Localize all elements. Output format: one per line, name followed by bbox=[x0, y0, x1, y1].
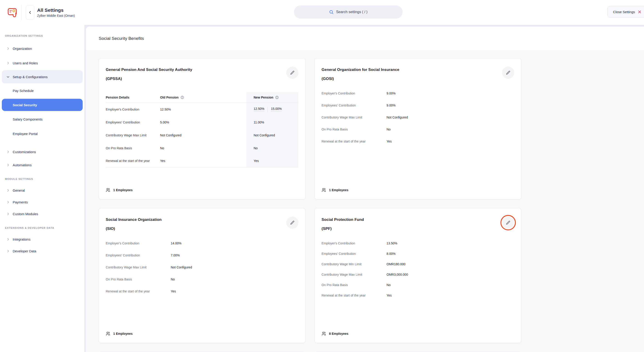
detail-label: Renewal at the start of the year bbox=[106, 290, 171, 293]
sidebar-item-label: Setup & Configurations bbox=[13, 75, 48, 79]
table-row-new-value: 11.00% bbox=[246, 116, 298, 129]
pension-table-header: Old Pension bbox=[160, 92, 246, 103]
sidebar-item-general[interactable]: General bbox=[0, 184, 84, 196]
top-header: All Settings Zylker Middle East (Oman) S… bbox=[0, 0, 644, 25]
detail-value: No bbox=[386, 128, 390, 131]
section-extensions-developer-data: EXTENSIONS & DEVELOPER DATA bbox=[5, 226, 84, 229]
users-icon bbox=[322, 188, 326, 192]
pension-table: Pension Details Old Pension New Pension … bbox=[106, 92, 298, 168]
sidebar-item-label: Employee Portal bbox=[13, 132, 38, 136]
app-window: All Settings Zylker Middle East (Oman) S… bbox=[0, 0, 644, 352]
sidebar-item-payments[interactable]: Payments bbox=[0, 196, 84, 208]
value-divider bbox=[268, 106, 268, 112]
sidebar-item-automations[interactable]: Automations bbox=[0, 159, 84, 171]
table-row-new-value: Yes bbox=[246, 154, 298, 168]
table-row-old-value: No bbox=[160, 142, 246, 154]
page-context-title: All Settings bbox=[37, 8, 75, 13]
sidebar-item-developer-data[interactable]: Developer Data bbox=[0, 245, 84, 257]
detail-label: On Pro Rata Basis bbox=[322, 128, 386, 131]
chevron-right-icon bbox=[6, 212, 10, 216]
search-icon bbox=[329, 10, 334, 14]
back-button[interactable] bbox=[26, 5, 34, 20]
chevron-down-icon bbox=[6, 75, 10, 78]
page-title: Social Security Benefits bbox=[99, 36, 144, 41]
info-icon[interactable] bbox=[275, 96, 279, 99]
detail-value: 9.00% bbox=[386, 92, 396, 95]
sidebar-item-organization[interactable]: Organization bbox=[0, 41, 84, 56]
detail-value: OMR3,000.000 bbox=[386, 273, 408, 276]
detail-value: Not Configured bbox=[386, 116, 408, 119]
pencil-icon bbox=[506, 70, 510, 75]
detail-value: 13.50% bbox=[386, 242, 397, 245]
sidebar-item-social-security-active[interactable]: Social Security bbox=[2, 99, 83, 111]
table-row-new-value: No bbox=[246, 142, 298, 154]
chevron-right-icon bbox=[6, 62, 10, 65]
table-row-old-value: 5.00% bbox=[160, 116, 246, 129]
table-row-label: Employer's Contribution bbox=[106, 103, 160, 116]
users-icon bbox=[106, 332, 110, 336]
employees-count-label: 1 Employees bbox=[113, 332, 133, 336]
detail-label: Employees' Contribution bbox=[106, 254, 171, 257]
gpssa-employees-count: 1 Employees bbox=[106, 188, 298, 192]
sidebar-item-custom-modules[interactable]: Custom Modules bbox=[0, 208, 84, 220]
pension-table-header: Pension Details bbox=[106, 92, 160, 103]
table-row-label: On Pro Rata Basis bbox=[106, 142, 160, 154]
sidebar-item-label: Pay Schedule bbox=[13, 89, 34, 93]
table-row-new-value: Not Configured bbox=[246, 129, 298, 142]
table-row-new-value: 12.50% 15.00% bbox=[246, 103, 298, 116]
gpssa-edit-button[interactable] bbox=[286, 66, 298, 79]
table-row-label: Employees' Contribution bbox=[106, 116, 160, 129]
detail-label: Employees' Contribution bbox=[322, 252, 386, 256]
detail-label: On Pro Rata Basis bbox=[322, 283, 386, 287]
spf-edit-button-highlighted[interactable] bbox=[502, 216, 514, 229]
detail-label: Employees' Contribution bbox=[322, 104, 386, 107]
sidebar-item-pay-schedule[interactable]: Pay Schedule bbox=[0, 83, 84, 98]
sio-edit-button[interactable] bbox=[286, 216, 298, 229]
gosi-details: Employer's Contribution9.00% Employees' … bbox=[322, 92, 514, 152]
table-row-old-value: Yes bbox=[160, 154, 246, 168]
gosi-edit-button[interactable] bbox=[502, 66, 514, 79]
detail-value: 8.00% bbox=[386, 252, 396, 256]
payroll-logo-icon[interactable] bbox=[8, 7, 18, 18]
detail-label: Employer's Contribution bbox=[106, 242, 171, 245]
users-icon bbox=[322, 332, 326, 336]
section-organization-settings: ORGANIZATION SETTINGS bbox=[5, 34, 84, 37]
sidebar-item-label: Integrations bbox=[13, 238, 30, 241]
sidebar-item-users-and-roles[interactable]: Users and Roles bbox=[0, 56, 84, 70]
gosi-employees-count: 1 Employees bbox=[322, 188, 514, 192]
gpssa-card: General Pension And Social Security Auth… bbox=[99, 58, 306, 199]
employees-count-label: 1 Employees bbox=[113, 188, 133, 192]
detail-label: Contributory Wage Max Limit bbox=[106, 266, 171, 269]
detail-value: Not Configured bbox=[171, 266, 192, 269]
detail-value: 14.00% bbox=[171, 242, 182, 245]
new-pension-value-1[interactable]: 12.50% bbox=[254, 107, 264, 112]
sidebar-item-integrations[interactable]: Integrations bbox=[0, 233, 84, 245]
info-icon[interactable] bbox=[180, 96, 184, 99]
detail-label: Employer's Contribution bbox=[322, 242, 386, 245]
sidebar-item-employee-portal[interactable]: Employee Portal bbox=[0, 126, 84, 141]
close-settings-button[interactable]: Close Settings bbox=[607, 6, 644, 18]
sio-card-title: Social Insurance Organization (SIO) bbox=[106, 215, 162, 233]
sidebar-item-setup-configurations[interactable]: Setup & Configurations bbox=[2, 70, 83, 83]
detail-label: Contributory Wage Max Limit bbox=[322, 116, 386, 119]
spf-details: Employer's Contribution13.50% Employees'… bbox=[322, 242, 514, 304]
detail-value: Yes bbox=[386, 140, 392, 143]
chevron-right-icon bbox=[6, 189, 10, 192]
new-pension-value-2[interactable]: 15.00% bbox=[271, 107, 282, 112]
close-icon bbox=[638, 10, 642, 14]
sidebar-item-label: Customizations bbox=[13, 150, 36, 154]
sidebar-item-label: Automations bbox=[13, 163, 32, 167]
detail-value: 7.00% bbox=[171, 254, 180, 257]
employees-count-label: 8 Employees bbox=[329, 332, 348, 336]
header-divider bbox=[22, 5, 22, 20]
users-icon bbox=[106, 188, 110, 192]
organization-name: Zylker Middle East (Oman) bbox=[37, 14, 75, 18]
sidebar-item-salary-components[interactable]: Salary Components bbox=[0, 112, 84, 126]
settings-sidebar: ORGANIZATION SETTINGS Organization Users… bbox=[0, 25, 85, 352]
sidebar-item-customizations[interactable]: Customizations bbox=[0, 144, 84, 159]
page-title-bar: Social Security Benefits bbox=[86, 26, 644, 51]
detail-value: No bbox=[171, 278, 175, 281]
employees-count-label: 1 Employees bbox=[329, 188, 348, 192]
search-input[interactable]: Search settings ( / ) bbox=[294, 6, 402, 18]
sidebar-item-label: Developer Data bbox=[13, 249, 36, 253]
